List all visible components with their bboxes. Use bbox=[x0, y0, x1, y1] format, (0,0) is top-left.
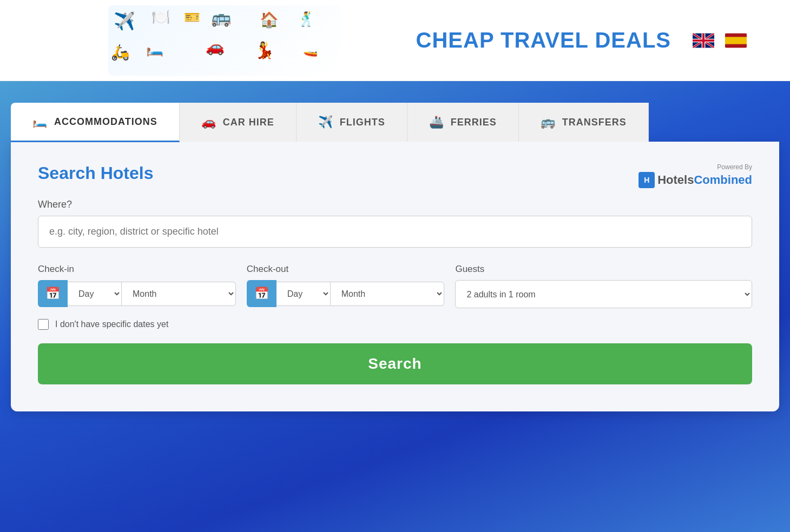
logo-collage: ✈️ 🍽️ 🎫 🚌 🏠 🕺 🛵 🛏️ 🚗 💃 🚤 bbox=[108, 5, 341, 76]
ferry-icon: 🚢 bbox=[429, 115, 444, 129]
where-label: Where? bbox=[38, 199, 752, 210]
uk-flag[interactable] bbox=[693, 33, 714, 48]
car-icon: 🚗 bbox=[201, 115, 216, 129]
tabs-container: 🛏️ ACCOMMODATIONS 🚗 CAR HIRE ✈️ FLIGHTS … bbox=[11, 103, 779, 142]
hc-icon: H bbox=[638, 172, 655, 188]
checkin-group: Check-in 📅 Day for(let i=1;i<=31;i++){do… bbox=[38, 264, 236, 308]
checkin-day-select[interactable]: Day for(let i=1;i<=31;i++){document.writ… bbox=[68, 282, 122, 306]
checkin-inputs: 📅 Day for(let i=1;i<=31;i++){document.wr… bbox=[38, 280, 236, 307]
plane-icon: ✈️ bbox=[318, 115, 333, 129]
no-dates-row: I don't have specific dates yet bbox=[38, 319, 752, 330]
tab-ferries[interactable]: 🚢 FERRIES bbox=[407, 103, 519, 142]
tab-ferries-label: FERRIES bbox=[451, 117, 497, 128]
tab-flights[interactable]: ✈️ FLIGHTS bbox=[297, 103, 407, 142]
header-logo: ✈️ 🍽️ 🎫 🚌 🏠 🕺 🛵 🛏️ 🚗 💃 🚤 bbox=[108, 5, 341, 76]
hotels-combined-logo: H HotelsCombined bbox=[638, 172, 752, 188]
spain-flag[interactable] bbox=[725, 33, 747, 48]
bus-icon: 🚌 bbox=[541, 115, 556, 129]
checkout-calendar-icon: 📅 bbox=[247, 280, 276, 307]
hc-hotels-text: Hotels bbox=[657, 173, 694, 187]
checkin-label: Check-in bbox=[38, 264, 236, 275]
blue-section: 🛏️ ACCOMMODATIONS 🚗 CAR HIRE ✈️ FLIGHTS … bbox=[0, 81, 790, 532]
svg-rect-2 bbox=[725, 37, 747, 44]
checkout-day-select[interactable]: Day bbox=[276, 282, 331, 306]
search-panel-header: Search Hotels Powered By H HotelsCombine… bbox=[38, 163, 752, 188]
no-dates-checkbox[interactable] bbox=[38, 319, 49, 330]
tab-transfers[interactable]: 🚌 TRANSFERS bbox=[519, 103, 649, 142]
no-dates-label: I don't have specific dates yet bbox=[55, 320, 168, 329]
tab-car-hire[interactable]: 🚗 CAR HIRE bbox=[180, 103, 297, 142]
search-hotels-title: Search Hotels bbox=[38, 163, 153, 183]
flags bbox=[693, 33, 747, 48]
tab-flights-label: FLIGHTS bbox=[340, 117, 385, 128]
checkin-month-select[interactable]: Month JanuaryFebruaryMarch AprilMayJune … bbox=[122, 282, 236, 306]
powered-by-text: Powered By bbox=[717, 163, 752, 171]
guests-select[interactable]: 2 adults in 1 room 1 adult in 1 room 3 a… bbox=[455, 280, 752, 308]
bed-icon: 🛏️ bbox=[32, 115, 48, 129]
site-title: CHEAP TRAVEL DEALS bbox=[416, 28, 671, 52]
powered-by: Powered By H HotelsCombined bbox=[638, 163, 752, 188]
location-input[interactable] bbox=[38, 216, 752, 248]
tab-transfers-label: TRANSFERS bbox=[562, 117, 627, 128]
hc-combined-text: Combined bbox=[694, 173, 752, 187]
checkout-inputs: 📅 Day Month JanuaryFebruaryMarch AprilMa… bbox=[247, 280, 445, 307]
date-guests-row: Check-in 📅 Day for(let i=1;i<=31;i++){do… bbox=[38, 264, 752, 308]
checkout-month-select[interactable]: Month JanuaryFebruaryMarch AprilMayJune … bbox=[331, 282, 445, 306]
guests-label: Guests bbox=[455, 264, 752, 275]
checkout-group: Check-out 📅 Day Month JanuaryFebruaryMar… bbox=[247, 264, 445, 308]
search-button[interactable]: Search bbox=[38, 343, 752, 384]
checkout-label: Check-out bbox=[247, 264, 445, 275]
tab-accommodations-label: ACCOMMODATIONS bbox=[54, 116, 157, 128]
tab-accommodations[interactable]: 🛏️ ACCOMMODATIONS bbox=[11, 103, 180, 142]
header-right: CHEAP TRAVEL DEALS bbox=[416, 28, 747, 52]
tab-car-hire-label: CAR HIRE bbox=[223, 117, 274, 128]
checkin-calendar-icon: 📅 bbox=[38, 280, 68, 307]
header: ✈️ 🍽️ 🎫 🚌 🏠 🕺 🛵 🛏️ 🚗 💃 🚤 CHEAP TRAVEL DE… bbox=[0, 0, 790, 81]
search-panel: Search Hotels Powered By H HotelsCombine… bbox=[11, 142, 779, 411]
guests-group: Guests 2 adults in 1 room 1 adult in 1 r… bbox=[455, 264, 752, 308]
